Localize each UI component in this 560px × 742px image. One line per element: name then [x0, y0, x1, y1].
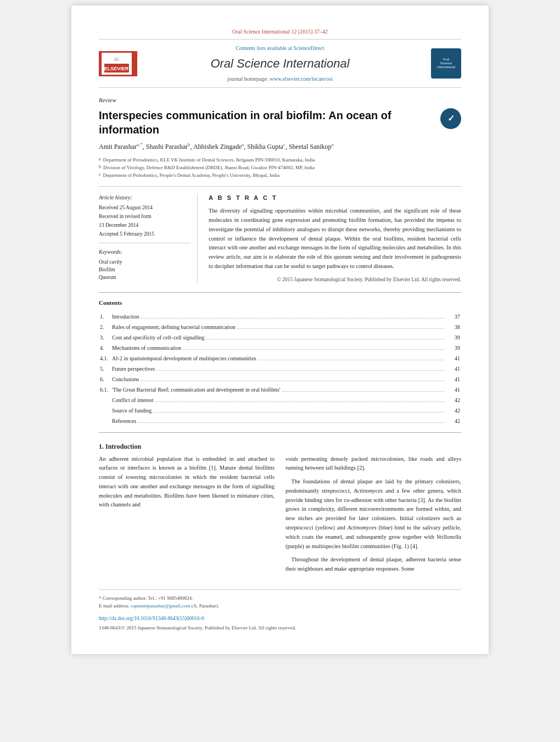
toc-item-6-1: 6.1. 'The Great Bacterial Reef; communic…: [100, 385, 460, 394]
toc-item-3: 3. Cost and specificity of cell–cell sig…: [100, 333, 460, 342]
abstract-text: The diversity of signalling opportunitie…: [209, 207, 461, 271]
journal-title-block: Contents lists available at ScienceDirec…: [137, 44, 423, 83]
homepage-link[interactable]: www.elsevier.com/locate/osi: [270, 76, 333, 82]
abstract-section: A B S T R A C T The diversity of signall…: [209, 193, 461, 283]
crossmark-badge: ✓: [440, 108, 461, 129]
footer-copyright: 1348-8643/© 2015 Japanese Stomatological…: [99, 624, 461, 632]
toc-item-4-1: 4.1. AI-2 in spatiotemporal development …: [100, 354, 460, 363]
svg-text:ELSEVIER: ELSEVIER: [104, 66, 129, 71]
intro-col2-p2: The foundations of dental plaque are lai…: [285, 477, 461, 551]
authors-line: Amit Parashara,*, Shashi Parasharb, Abhi…: [99, 141, 461, 152]
osi-logo: OralScienceInternational: [431, 48, 461, 79]
article-type: Review: [99, 96, 461, 105]
toc-item-conflict: Conflict of interest 42: [100, 395, 460, 405]
toc-item-1: 1. Introduction 37: [100, 312, 460, 321]
journal-homepage: journal homepage: www.elsevier.com/locat…: [137, 75, 423, 83]
toc-item-references: References 42: [100, 416, 460, 426]
doi-link[interactable]: http://dx.doi.org/10.1016/S1348-8643(15)…: [99, 615, 461, 622]
article-title-row: Interspecies communication in oral biofi…: [99, 108, 461, 137]
journal-main-title: Oral Science International: [137, 54, 423, 72]
affiliation-a: a Department of Periodontics, KLE VK Ins…: [99, 156, 461, 164]
intro-col1: An adherent microbial population that is…: [99, 455, 275, 579]
article-page: Oral Science International 12 (2015) 37–…: [71, 5, 489, 654]
table-of-contents: Contents 1. Introduction 37 2.: [99, 292, 461, 433]
svg-text:📖: 📖: [114, 56, 119, 62]
toc-item-5: 5. Future perspectives 41: [100, 364, 460, 373]
email-link[interactable]: captamitparashar@gmail.com: [131, 603, 190, 609]
affiliations: a Department of Periodontics, KLE VK Ins…: [99, 156, 461, 180]
keyword-oral-cavity: Oral cavity: [99, 258, 191, 266]
toc-item-4: 4. Mechanisms of communication 39: [100, 343, 460, 353]
intro-body: An adherent microbial population that is…: [99, 455, 461, 579]
affiliation-b: b Division of Virology, Defence R&D Esta…: [99, 164, 461, 171]
intro-col2-p1: voids permeating densely packed microcol…: [285, 455, 461, 473]
abstract-copyright: © 2015 Japanese Stomatological Society. …: [209, 276, 461, 283]
footer-notes: * Corresponding author. Tel.: +91 968548…: [99, 589, 461, 610]
revised-date: 13 December 2014: [99, 221, 191, 229]
intro-col2: voids permeating densely packed microcol…: [285, 455, 461, 579]
journal-reference: Oral Science International 12 (2015) 37–…: [99, 27, 461, 36]
abstract-label: A B S T R A C T: [209, 193, 461, 203]
keyword-biofilm: Biofilm: [99, 266, 191, 274]
toc-item-2: 2. Rules of engagement; defining bacteri…: [100, 322, 460, 332]
email-line: E-mail address: captamitparashar@gmail.c…: [99, 602, 461, 610]
article-info: Article history: Received 25 August 2014…: [99, 193, 198, 283]
received-revised-label: Received in revised form: [99, 213, 191, 220]
journal-logo-right: OralScienceInternational: [423, 48, 461, 79]
corresponding-author: * Corresponding author. Tel.: +91 968548…: [99, 594, 461, 602]
toc-table: 1. Introduction 37 2. Rules of engagemen…: [99, 311, 461, 427]
toc-item-funding: Source of funding 42: [100, 406, 460, 415]
info-abstract-section: Article history: Received 25 August 2014…: [99, 186, 461, 283]
sciencedirect-line: Contents lists available at ScienceDirec…: [137, 44, 423, 52]
elsevier-logo: 📖 ELSEVIER: [99, 51, 137, 76]
keyword-quorum: Quorum: [99, 274, 191, 281]
journal-header: 📖 ELSEVIER Contents lists available at S…: [99, 39, 461, 88]
accepted-date: Accepted 5 February 2015: [99, 230, 191, 238]
info-divider: [99, 243, 191, 243]
intro-col2-p3: Throughout the development of dental pla…: [285, 555, 461, 574]
affiliation-c: c Department of Pedodontics, People's De…: [99, 171, 461, 179]
intro-p1: An adherent microbial population that is…: [99, 455, 275, 510]
received-date: Received 25 August 2014: [99, 204, 191, 211]
article-history-label: Article history:: [99, 193, 191, 202]
crossmark-icon: ✓: [440, 108, 461, 129]
toc-title: Contents: [99, 298, 461, 308]
keywords-label: Keywords:: [99, 248, 191, 256]
article-title: Interspecies communication in oral biofi…: [99, 108, 435, 137]
intro-heading: 1. Introduction: [99, 442, 461, 451]
toc-item-6: 6. Conclusions 41: [100, 375, 460, 384]
elsevier-logo-box: 📖 ELSEVIER: [99, 51, 137, 76]
